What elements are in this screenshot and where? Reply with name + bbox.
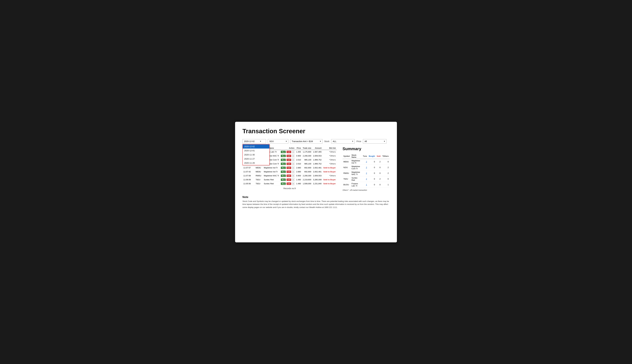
price-dropdown[interactable]: All xyxy=(363,139,386,144)
sell-button-2[interactable]: Sell xyxy=(286,159,291,161)
sum-stock-name-3: Suntec Reit xyxy=(351,176,362,182)
table-row: 11:05:56 T82U Suntec Reit Buy Sell ≡ 1.4… xyxy=(242,182,336,186)
date-option-2[interactable]: 2020-11-30 xyxy=(243,153,269,157)
table-row: 11:07:08 RW0U Mapletree NAC Tr Buy Sell … xyxy=(242,174,336,178)
buy-button-6[interactable]: Buy xyxy=(281,174,286,177)
sum-txns-0: 2 xyxy=(362,159,368,164)
sum-others-4: 1 xyxy=(382,182,390,188)
cell-action-5: Buy Sell ≡ xyxy=(280,170,295,174)
transaction-amt-dropdown[interactable]: Transaction Amt > $1M xyxy=(290,139,322,144)
date-option-4[interactable]: 2020-11-26 xyxy=(243,161,269,165)
cell-bid-ask-1: *Others xyxy=(322,154,337,158)
sell-button-3[interactable]: Sell xyxy=(286,163,291,165)
stock-dropdown[interactable]: ALL xyxy=(331,139,355,144)
date-selected-value: 2020-12-02 xyxy=(244,140,255,142)
sell-button-0[interactable]: Sell xyxy=(286,151,291,153)
sell-button-8[interactable]: Sell xyxy=(286,182,291,185)
cell-bid-ask-7: Sold to Buyer xyxy=(322,178,337,182)
summary-table: Symbol Stock Name Txns Bought Sold *Othe… xyxy=(342,154,390,188)
details-button-2[interactable]: ≡ xyxy=(292,158,294,161)
details-button-0[interactable]: ≡ xyxy=(292,150,294,153)
cell-trade-size-3: 985,100 xyxy=(302,162,312,166)
cell-time-8: 11:05:56 xyxy=(242,182,255,186)
cell-trade-size-5: 692,900 xyxy=(302,170,312,174)
details-button-7[interactable]: ≡ xyxy=(292,178,294,181)
buy-button-1[interactable]: Buy xyxy=(281,155,286,157)
cell-bid-ask-5: Sold to Buyer xyxy=(322,170,337,174)
sum-txns-link-2[interactable]: 2 xyxy=(366,172,367,174)
sum-txns-link-3[interactable]: 2 xyxy=(366,178,367,180)
date-dropdown-wrapper: 2020-12-02 ▼ 2020-12-02 2020-12-01 2020-… xyxy=(242,139,266,144)
sum-stock-name-1: Mapletree Com Tr xyxy=(351,164,362,170)
summary-row: BUOU Frasers L&C Tr 1 0 0 1 xyxy=(342,182,390,188)
cell-price-8: 1.480 xyxy=(295,182,302,186)
cell-trade-size-2: 985,100 xyxy=(302,158,312,162)
buy-button-8[interactable]: Buy xyxy=(281,182,286,185)
filter-row: 2020-12-02 ▼ 2020-12-02 2020-12-01 2020-… xyxy=(242,139,390,144)
col-action: Action xyxy=(280,146,295,150)
cell-action-2: Buy Sell ≡ xyxy=(280,158,295,162)
sum-sold-0: 2 xyxy=(376,159,382,164)
details-button-1[interactable]: ≡ xyxy=(292,154,294,157)
cell-trade-size-6: 2,208,300 xyxy=(302,174,312,178)
sell-button-5[interactable]: Sell xyxy=(286,170,291,173)
table-row: 11:07:42 ME8U Mapletree Ind Tr Buy Sell … xyxy=(242,170,336,174)
sell-button-6[interactable]: Sell xyxy=(286,174,291,177)
cell-trade-size-7: 2,219,600 xyxy=(302,178,312,182)
buy-button-2[interactable]: Buy xyxy=(281,159,286,161)
sum-txns-link-4[interactable]: 1 xyxy=(366,184,367,186)
date-option-1[interactable]: 2020-12-01 xyxy=(243,148,269,153)
details-button-8[interactable]: ≡ xyxy=(292,182,294,185)
details-button-4[interactable]: ≡ xyxy=(292,166,294,169)
sell-button-7[interactable]: Sell xyxy=(286,178,291,181)
cell-stock-name-7: Suntec Reit xyxy=(263,178,280,182)
date-dropdown-trigger[interactable]: 2020-12-02 ▼ xyxy=(242,139,266,144)
sum-bought-1: 0 xyxy=(368,164,376,170)
cell-amount-4: 2,002,481 xyxy=(312,166,322,170)
cell-symbol-8: T82U xyxy=(255,182,263,186)
sum-col-stock-name: Stock Name xyxy=(351,154,362,159)
exchange-dropdown-wrapper: SGX ▼ xyxy=(268,139,288,144)
sum-txns-link-1[interactable]: 2 xyxy=(366,166,367,168)
price-label: Price xyxy=(356,140,361,142)
sum-symbol-0: ME8U xyxy=(342,159,350,164)
details-button-3[interactable]: ≡ xyxy=(292,162,294,165)
exchange-dropdown[interactable]: SGX xyxy=(268,139,288,144)
cell-price-0: 1.355 xyxy=(295,150,302,154)
cell-trade-size-1: 2,208,300 xyxy=(302,154,312,158)
cell-trade-size-4: 692,900 xyxy=(302,166,312,170)
date-dropdown-open: 2020-12-02 2020-12-01 2020-11-30 2020-11… xyxy=(242,144,270,165)
cell-amount-7: 3,285,008 xyxy=(312,178,322,182)
sell-button-4[interactable]: Sell xyxy=(286,167,291,169)
sell-button-1[interactable]: Sell xyxy=(286,155,291,157)
sum-col-sold: Sold xyxy=(376,154,382,159)
summary-title: Summary xyxy=(342,146,390,151)
note-section: Note Stock Code and Symbols may be chang… xyxy=(242,196,390,209)
sum-col-bought: Bought xyxy=(368,154,376,159)
details-button-6[interactable]: ≡ xyxy=(292,174,294,177)
cell-action-8: Buy Sell ≡ xyxy=(280,182,295,186)
sum-stock-name-2: Mapletree NAC Tr xyxy=(351,170,362,176)
right-panel: Summary Symbol Stock Name Txns Bought So… xyxy=(342,146,390,191)
cell-price-2: 2.010 xyxy=(295,158,302,162)
price-dropdown-wrapper: All ▼ xyxy=(363,139,386,144)
buy-button-3[interactable]: Buy xyxy=(281,163,286,165)
cell-price-6: 0.900 xyxy=(295,174,302,178)
sum-stock-name-4: Frasers L&C Tr xyxy=(351,182,362,188)
sum-sold-1: 0 xyxy=(376,164,382,170)
sum-txns-link-0[interactable]: 2 xyxy=(366,160,367,163)
date-option-0[interactable]: 2020-12-02 xyxy=(243,144,269,148)
buy-button-7[interactable]: Buy xyxy=(281,178,286,181)
buy-button-5[interactable]: Buy xyxy=(281,170,286,173)
buy-button-0[interactable]: Buy xyxy=(281,151,286,153)
cell-price-1: 0.900 xyxy=(295,154,302,158)
cell-bid-ask-2: *Others xyxy=(322,158,337,162)
summary-row: T82U Suntec Reit 2 0 2 0 xyxy=(342,176,390,182)
sum-symbol-4: BUOU xyxy=(342,182,350,188)
sum-col-others: *Others xyxy=(382,154,390,159)
buy-button-4[interactable]: Buy xyxy=(281,167,286,169)
details-button-5[interactable]: ≡ xyxy=(292,170,294,173)
date-option-3[interactable]: 2020-11-27 xyxy=(243,157,269,161)
cell-symbol-4: ME8U xyxy=(255,166,263,170)
sum-bought-3: 0 xyxy=(368,176,376,182)
